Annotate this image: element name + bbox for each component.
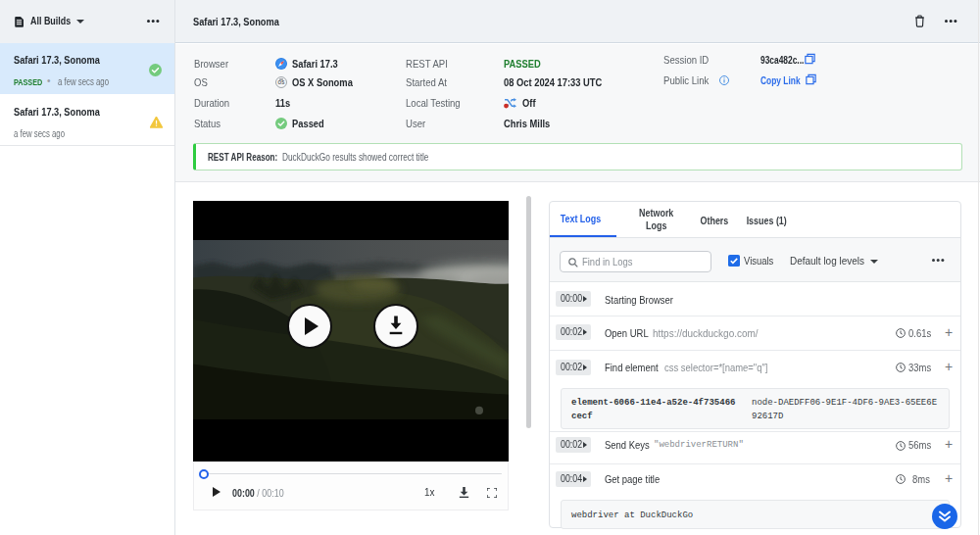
svg-text:OS: OS [278, 80, 285, 85]
